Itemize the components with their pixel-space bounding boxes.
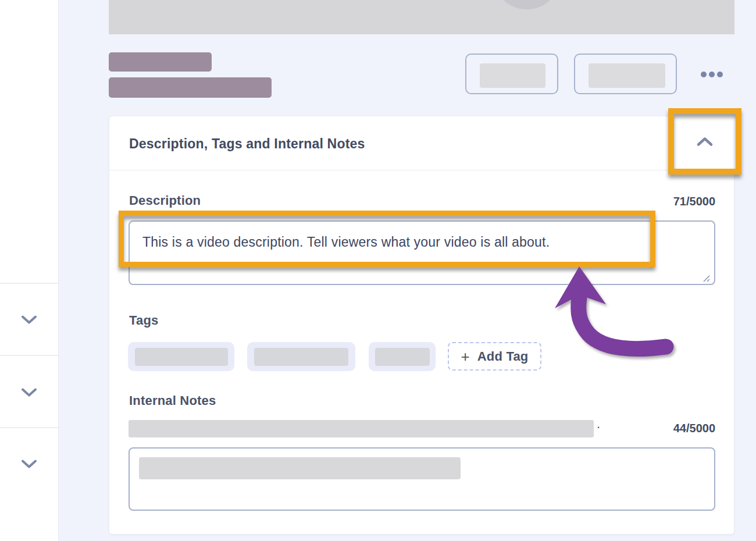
ellipsis-icon [701, 72, 707, 77]
tag-chip-placeholder[interactable] [369, 342, 436, 371]
tag-text-placeholder [375, 348, 430, 366]
sidebar-divider [0, 427, 59, 428]
panel-header-divider [109, 170, 734, 170]
sidebar-divider [0, 283, 59, 284]
thumbnail-figure [500, 0, 554, 9]
sidebar-divider [0, 355, 59, 356]
internal-notes-suffix: . [597, 417, 600, 432]
sidebar-section-collapse-2[interactable] [21, 388, 37, 397]
tags-label: Tags [129, 313, 159, 328]
description-char-count: 71/5000 [673, 195, 715, 208]
description-field[interactable]: This is a video description. Tell viewer… [129, 220, 715, 285]
video-subtitle-placeholder [109, 77, 272, 98]
tag-text-placeholder [254, 348, 348, 366]
internal-notes-redacted-text [129, 420, 594, 437]
notes-text-placeholder [139, 457, 461, 479]
tag-chip-placeholder[interactable] [128, 342, 234, 371]
tag-chip-placeholder[interactable] [247, 342, 355, 371]
panel-title: Description, Tags and Internal Notes [129, 136, 365, 152]
resize-handle-icon[interactable] [701, 275, 711, 283]
internal-notes-label: Internal Notes [129, 393, 216, 408]
ellipsis-icon [717, 72, 723, 77]
ellipsis-icon [709, 72, 715, 77]
sidebar [0, 0, 59, 541]
internal-notes-char-count: 44/5000 [673, 422, 715, 435]
sidebar-section-collapse-1[interactable] [21, 315, 37, 325]
video-title-placeholder [109, 52, 212, 72]
chevron-down-icon [21, 461, 37, 471]
description-label: Description [129, 193, 201, 208]
plus-icon: + [461, 349, 470, 364]
more-options-button[interactable] [701, 69, 726, 80]
add-tag-label: Add Tag [477, 349, 529, 364]
video-details-page: Description, Tags and Internal Notes Des… [0, 0, 756, 541]
video-thumbnail [109, 0, 734, 34]
chevron-down-icon [21, 316, 37, 326]
sidebar-section-collapse-3[interactable] [21, 460, 37, 469]
header-action-button-2[interactable] [574, 54, 677, 94]
chevron-up-icon [696, 137, 714, 149]
button-label-placeholder [480, 63, 545, 88]
chevron-down-icon [21, 389, 37, 399]
button-label-placeholder [589, 63, 665, 88]
internal-notes-field[interactable] [129, 447, 715, 511]
add-tag-button[interactable]: + Add Tag [448, 342, 541, 371]
tag-text-placeholder [135, 348, 228, 366]
header-action-button-1[interactable] [465, 54, 558, 94]
panel-collapse-button[interactable] [673, 115, 736, 170]
